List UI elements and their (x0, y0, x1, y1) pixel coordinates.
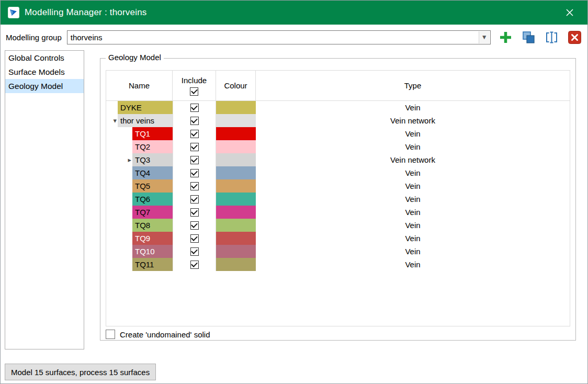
colour-swatch[interactable] (216, 193, 256, 206)
include-checkbox[interactable] (190, 261, 199, 269)
row-label: TQ11 (132, 258, 173, 271)
table-row[interactable]: TQ6Vein (106, 193, 570, 206)
colour-swatch[interactable] (216, 206, 256, 219)
expand-icon[interactable]: ▸ (128, 156, 131, 163)
include-cell (173, 206, 216, 219)
type-cell: Vein (256, 193, 570, 206)
table-row[interactable]: TQ4Vein (106, 166, 570, 179)
modelling-group-combobox[interactable]: thorveins ▼ (67, 30, 491, 44)
include-cell (173, 245, 216, 258)
include-cell (173, 258, 216, 271)
name-cell: TQ9 (106, 232, 173, 245)
undomained-label: Create 'undomained' solid (120, 330, 210, 339)
table-row[interactable]: TQ11Vein (106, 258, 570, 271)
type-cell: Vein (256, 127, 570, 140)
colour-swatch[interactable] (216, 245, 256, 258)
app-icon (8, 7, 19, 18)
include-checkbox[interactable] (190, 130, 199, 138)
include-checkbox[interactable] (190, 208, 199, 217)
include-checkbox[interactable] (190, 247, 199, 256)
row-label: TQ7 (132, 206, 173, 219)
colour-swatch[interactable] (216, 101, 256, 114)
colour-swatch[interactable] (216, 219, 256, 232)
type-cell: Vein (256, 245, 570, 258)
include-cell (173, 219, 216, 232)
row-label: TQ10 (132, 245, 173, 258)
colour-swatch[interactable] (216, 258, 256, 271)
row-label: TQ5 (132, 179, 173, 193)
column-header-colour[interactable]: Colour (216, 71, 256, 100)
model-surfaces-button[interactable]: Model 15 surfaces, process 15 surfaces (5, 364, 156, 380)
modelling-group-label: Modelling group (6, 33, 62, 42)
colour-swatch[interactable] (216, 166, 256, 179)
sidebar-item-geology-model[interactable]: Geology Model (5, 79, 84, 93)
column-header-include[interactable]: Include (173, 71, 216, 100)
rename-icon[interactable] (544, 30, 559, 45)
include-cell (173, 153, 216, 166)
table-row[interactable]: TQ5Vein (106, 179, 570, 193)
include-cell (173, 101, 216, 114)
include-cell (173, 179, 216, 193)
table-row[interactable]: TQ9Vein (106, 232, 570, 245)
type-cell: Vein (256, 101, 570, 114)
include-checkbox[interactable] (190, 169, 199, 177)
sidebar-item-global-controls[interactable]: Global Controls (5, 51, 84, 65)
colour-swatch[interactable] (216, 232, 256, 245)
colour-swatch[interactable] (216, 140, 256, 153)
include-cell (173, 166, 216, 179)
table-row[interactable]: TQ2Vein (106, 140, 570, 153)
type-cell: Vein (256, 206, 570, 219)
type-cell: Vein (256, 140, 570, 153)
include-checkbox[interactable] (190, 221, 199, 230)
include-checkbox[interactable] (190, 156, 199, 164)
copy-icon[interactable] (521, 30, 536, 45)
type-cell: Vein (256, 258, 570, 271)
include-checkbox[interactable] (190, 195, 199, 204)
column-header-name[interactable]: Name (106, 71, 173, 100)
delete-icon[interactable] (567, 30, 582, 45)
include-checkbox[interactable] (190, 234, 199, 243)
titlebar: Modelling Manager : thorveins (1, 1, 587, 25)
geology-model-table: Name Include Colour Type DYKEVein▾thor v… (106, 70, 570, 326)
include-checkbox[interactable] (190, 117, 199, 125)
table-row[interactable]: TQ7Vein (106, 206, 570, 219)
row-label: thor veins (118, 114, 173, 127)
colour-swatch[interactable] (216, 114, 256, 127)
name-cell: TQ6 (106, 193, 173, 206)
table-row[interactable]: ▸TQ3Vein network (106, 153, 570, 166)
colour-swatch[interactable] (216, 179, 256, 193)
include-checkbox[interactable] (190, 104, 199, 112)
table-row[interactable]: DYKEVein (106, 101, 570, 114)
include-header-checkbox[interactable] (190, 87, 198, 96)
row-label: TQ4 (132, 166, 173, 179)
row-label: TQ2 (132, 140, 173, 153)
combobox-value: thorveins (71, 33, 103, 42)
add-icon[interactable] (498, 30, 513, 45)
table-row[interactable]: ▾thor veinsVein network (106, 114, 570, 127)
table-header: Name Include Colour Type (106, 71, 570, 101)
column-header-type[interactable]: Type (256, 71, 570, 100)
row-label: TQ3 (132, 153, 173, 166)
include-cell (173, 232, 216, 245)
type-cell: Vein (256, 219, 570, 232)
close-icon[interactable] (559, 1, 580, 25)
colour-swatch[interactable] (216, 127, 256, 140)
type-cell: Vein network (256, 153, 570, 166)
sidebar-item-surface-models[interactable]: Surface Models (5, 65, 84, 79)
include-checkbox[interactable] (190, 182, 199, 190)
name-cell: TQ1 (106, 127, 173, 140)
undomained-checkbox[interactable] (106, 330, 115, 339)
chevron-down-icon[interactable]: ▼ (479, 31, 490, 43)
include-checkbox[interactable] (190, 143, 199, 151)
groupbox-title: Geology Model (106, 53, 164, 62)
collapse-icon[interactable]: ▾ (113, 117, 117, 124)
table-row[interactable]: TQ10Vein (106, 245, 570, 258)
row-label: TQ8 (132, 219, 173, 232)
name-cell: TQ2 (106, 140, 173, 153)
toolbar: Modelling group thorveins ▼ (1, 25, 587, 50)
row-label: TQ1 (132, 127, 173, 140)
table-row[interactable]: TQ1Vein (106, 127, 570, 140)
row-label: DYKE (118, 101, 173, 114)
colour-swatch[interactable] (216, 153, 256, 166)
table-row[interactable]: TQ8Vein (106, 219, 570, 232)
